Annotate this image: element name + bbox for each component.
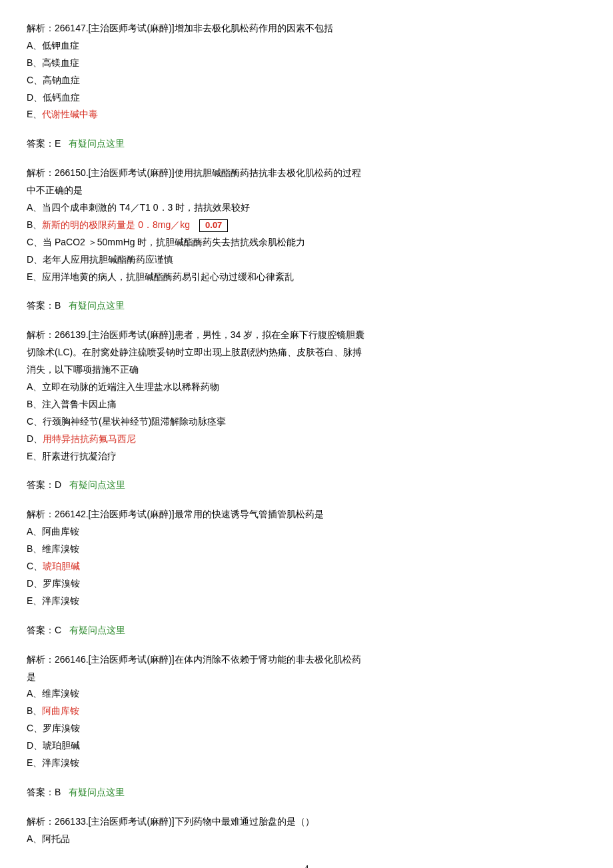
option-highlight: 阿曲库铵	[42, 705, 79, 716]
option-b: B、阿曲库铵	[27, 703, 586, 720]
option-d: D、老年人应用抗胆碱酯酶药应谨慎	[27, 251, 586, 269]
page-number: 4	[27, 861, 586, 868]
answer-line: 答案：B 有疑问点这里	[27, 784, 586, 801]
option-e: E、应用洋地黄的病人，抗胆碱酯酶药易引起心动过缓和心律紊乱	[27, 269, 586, 286]
answer-text: 答案：B	[27, 300, 61, 311]
option-a: A、阿托品	[27, 831, 586, 848]
answer-text: 答案：C	[27, 625, 61, 635]
option-e: E、泮库溴铵	[27, 593, 586, 610]
answer-line: 答案：B 有疑问点这里	[27, 297, 586, 315]
answer-text: 答案：D	[27, 479, 61, 490]
question-stem: 解析：266139.[主治医师考试(麻醉)]患者，男性，34 岁，拟在全麻下行腹…	[27, 327, 366, 379]
question-5: 解析：266146.[主治医师考试(麻醉)]在体内消除不依赖于肾功能的非去极化肌…	[27, 651, 586, 801]
option-c: C、当 PaCO2 ＞50mmHg 时，抗胆碱酯酶药失去拮抗残余肌松能力	[27, 234, 586, 251]
answer-line: 答案：C 有疑问点这里	[27, 622, 586, 639]
question-6: 解析：266133.[主治医师考试(麻醉)]下列药物中最难通过胎盘的是（） A、…	[27, 813, 586, 848]
option-e: E、泮库溴铵	[27, 755, 586, 772]
option-a: A、低钾血症	[27, 37, 586, 55]
option-a: A、维库溴铵	[27, 685, 586, 703]
question-stem: 解析：266147.[主治医师考试(麻醉)]增加非去极化肌松药作用的因素不包括	[27, 20, 366, 37]
option-b: B、高镁血症	[27, 55, 586, 72]
question-4: 解析：266142.[主治医师考试(麻醉)]最常用的快速诱导气管插管肌松药是 A…	[27, 506, 586, 639]
question-stem: 解析：266150.[主治医师考试(麻醉)]使用抗胆碱酯酶药拮抗非去极化肌松药的…	[27, 165, 366, 199]
help-link[interactable]: 有疑问点这里	[69, 625, 125, 635]
help-link[interactable]: 有疑问点这里	[69, 479, 125, 490]
option-e: E、代谢性碱中毒	[27, 106, 586, 123]
question-stem: 解析：266142.[主治医师考试(麻醉)]最常用的快速诱导气管插管肌松药是	[27, 506, 366, 523]
option-c: C、罗库溴铵	[27, 720, 586, 737]
question-stem: 解析：266133.[主治医师考试(麻醉)]下列药物中最难通过胎盘的是（）	[27, 813, 366, 831]
help-link[interactable]: 有疑问点这里	[69, 300, 125, 311]
answer-text: 答案：B	[27, 787, 61, 797]
option-c: C、琥珀胆碱	[27, 558, 586, 575]
question-3: 解析：266139.[主治医师考试(麻醉)]患者，男性，34 岁，拟在全麻下行腹…	[27, 327, 586, 494]
option-a: A、立即在动脉的近端注入生理盐水以稀释药物	[27, 379, 586, 396]
option-a: A、阿曲库铵	[27, 523, 586, 541]
question-1: 解析：266147.[主治医师考试(麻醉)]增加非去极化肌松药作用的因素不包括 …	[27, 20, 586, 153]
option-e: E、肝素进行抗凝治疗	[27, 448, 586, 465]
option-b: B、新斯的明的极限药量是 0．8mg／kg0.07	[27, 217, 586, 234]
question-2: 解析：266150.[主治医师考试(麻醉)]使用抗胆碱酯酶药拮抗非去极化肌松药的…	[27, 165, 586, 315]
option-d: D、低钙血症	[27, 89, 586, 107]
question-stem: 解析：266146.[主治医师考试(麻醉)]在体内消除不依赖于肾功能的非去极化肌…	[27, 651, 366, 686]
option-d: D、琥珀胆碱	[27, 737, 586, 755]
answer-line: 答案：E 有疑问点这里	[27, 135, 586, 153]
option-highlight: 琥珀胆碱	[43, 561, 80, 571]
option-a: A、当四个成串刺激的 T4／T1 0．3 时，拮抗效果较好	[27, 199, 586, 217]
option-highlight: 新斯的明的极限药量是 0．8mg／kg	[42, 219, 190, 230]
option-b: B、维库溴铵	[27, 541, 586, 558]
answer-text: 答案：E	[27, 138, 61, 149]
option-highlight: 用特异拮抗药氟马西尼	[43, 433, 136, 444]
option-c: C、高钠血症	[27, 72, 586, 89]
option-c: C、行颈胸神经节(星状神经节)阻滞解除动脉痉挛	[27, 413, 586, 431]
option-b: B、注入普鲁卡因止痛	[27, 396, 586, 413]
correction-box: 0.07	[199, 219, 228, 232]
answer-line: 答案：D 有疑问点这里	[27, 477, 586, 494]
option-highlight: 代谢性碱中毒	[42, 109, 98, 119]
option-d: D、罗库溴铵	[27, 575, 586, 593]
help-link[interactable]: 有疑问点这里	[69, 138, 125, 149]
help-link[interactable]: 有疑问点这里	[69, 787, 125, 797]
option-d: D、用特异拮抗药氟马西尼	[27, 431, 586, 448]
